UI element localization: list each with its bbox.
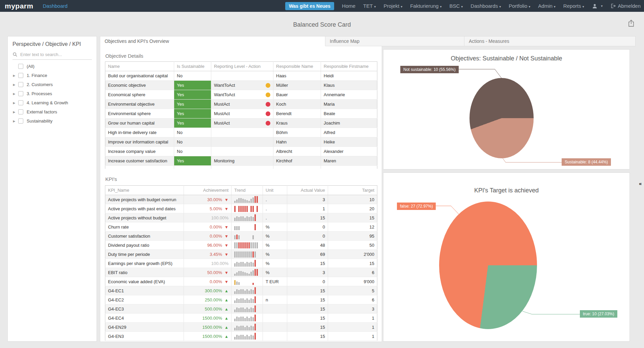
table-row[interactable]: Increase customer satisfactionYesMonitor… — [105, 156, 377, 166]
table-row[interactable]: Active projects with past end dates5.00%… — [105, 204, 377, 213]
spark-bar — [238, 263, 240, 267]
table-row[interactable]: Active projects with budget overrun30.00… — [105, 195, 377, 204]
whats-new-button[interactable]: Was gibt es Neues — [285, 2, 334, 10]
spark-bar — [236, 262, 238, 267]
checkbox[interactable] — [18, 82, 23, 87]
target-cell: 3 — [328, 304, 377, 314]
target-pie[interactable] — [439, 202, 537, 329]
nav-item-bsc[interactable]: BSC▾ — [449, 3, 463, 9]
column-header-trend[interactable]: Trend — [232, 186, 263, 195]
table-row[interactable]: G4-EC1300.00%▲155 — [105, 286, 377, 295]
table-row[interactable]: Environmental sphereYesMustActBerendtBea… — [105, 109, 377, 118]
nav-dashboard-link[interactable]: Dashboard — [43, 3, 68, 9]
column-header-actual-value[interactable]: Actual Value — [287, 186, 328, 195]
table-row[interactable]: G4-EC3500.00%▲153 — [105, 304, 377, 314]
tree-expander-icon[interactable]: ▶ — [12, 101, 17, 105]
table-row[interactable]: Active projects without budget100.00%.15… — [105, 213, 377, 222]
tree-expander-icon[interactable]: ▶ — [12, 119, 17, 123]
table-row[interactable]: Dividend payout ratio96.00%▼%4850 — [105, 241, 377, 250]
column-header-responsible-firstname[interactable]: Responsible Firstname — [321, 62, 377, 71]
column-header-name[interactable]: Name — [105, 62, 174, 71]
panel-expand-handle[interactable]: « — [639, 181, 642, 186]
checkbox[interactable] — [18, 118, 23, 124]
checkbox[interactable] — [18, 91, 23, 96]
tree-expander-icon[interactable]: ▶ — [12, 83, 17, 86]
table-row[interactable]: Environmental objectiveYesMustActKochMar… — [105, 100, 377, 109]
nav-item-fakturierung[interactable]: Fakturierung▾ — [410, 3, 441, 9]
column-header-reporting-level-action[interactable]: Reporting Level - Action — [211, 62, 273, 71]
table-row[interactable]: Build our organisational capitalNoHaasHe… — [105, 71, 377, 81]
table-row[interactable]: Customer satisfaction0.00%▼%095 — [105, 232, 377, 241]
checkbox[interactable] — [18, 73, 23, 78]
nav-item-dashboards[interactable]: Dashboards▾ — [471, 3, 501, 9]
column-header-target[interactable]: Target — [328, 186, 377, 195]
table-row[interactable]: G4-EC2250.00%▲n156 — [105, 295, 377, 304]
achievement-value: 3.45% — [210, 252, 222, 257]
sidebar-item-1-finance[interactable]: ▶1. Finance — [8, 71, 97, 80]
nav-item-reports[interactable]: Reports▾ — [563, 3, 584, 9]
objective-details-table-wrap[interactable]: NameIs SustainableReporting Level - Acti… — [105, 61, 378, 169]
tab-actions-measures[interactable]: Actions - Measures — [464, 36, 636, 46]
table-row[interactable]: G4-EN291500.00%▲151 — [105, 323, 377, 332]
tree-expander-icon[interactable]: ▶ — [12, 110, 17, 114]
tree-expander-icon[interactable]: ▶ — [12, 92, 17, 96]
sidebar-item-2-customers[interactable]: ▶2. Customers — [8, 80, 97, 89]
nav-item-tet[interactable]: TET▾ — [363, 3, 376, 9]
spark-bar — [248, 251, 250, 258]
table-row[interactable]: Economic value added (EVA)0.00%▼T EUR09'… — [105, 277, 377, 286]
reporting-action-wrap: MustAct — [214, 118, 270, 128]
table-row[interactable]: Increase company valueNoAlbrechtAlexande… — [105, 147, 377, 156]
table-row[interactable]: Economical sphereYesWantToActBauerAnnema… — [105, 90, 377, 100]
column-header-kpi-name[interactable]: KPI_Name — [105, 186, 184, 195]
column-header-achievement[interactable]: Achievement — [184, 186, 232, 195]
nav-item-home[interactable]: Home — [342, 3, 355, 9]
table-row[interactable]: EBIT ratio50.00%▼%36 — [105, 268, 377, 277]
sustainability-pie[interactable] — [469, 78, 534, 158]
sidebar-item-3-processes[interactable]: ▶3. Processes — [8, 89, 97, 98]
spark-bar — [238, 198, 240, 203]
sidebar-item-all[interactable]: (All) — [8, 62, 97, 71]
table-row[interactable]: Increase employee satisfactionNoFuchsFri… — [105, 166, 377, 169]
export-icon[interactable] — [627, 19, 635, 29]
table-row[interactable]: G4-EN31500.00%▲151 — [105, 332, 377, 341]
objective-name-cell: Improve our information capital — [105, 137, 174, 147]
tab-objectives-and-kpi-s-overview[interactable]: Objectives and KPI's Overview — [100, 36, 325, 46]
spark-bar — [250, 216, 252, 221]
action-label: MustAct — [214, 121, 230, 126]
table-row[interactable]: G4-EC41500.00%▲151 — [105, 314, 377, 323]
sidebar-item-sustainability[interactable]: ▶Sustainability — [8, 116, 97, 126]
user-menu-button[interactable]: ▾ — [592, 3, 602, 9]
sidebar-item-external-factors[interactable]: ▶External factors — [8, 107, 97, 116]
kpi-name-cell: Duty time per periode — [105, 250, 184, 259]
table-row[interactable]: Grow our human capitalYesMustActKrausJoa… — [105, 118, 377, 128]
table-row[interactable]: Duty time per periode3.45%▼%692'000 — [105, 250, 377, 259]
spark-bar — [234, 291, 236, 294]
column-header-responsible-name[interactable]: Responsible Name — [273, 62, 321, 71]
table-row[interactable]: Economic objectiveYesWantToActMüllerKlau… — [105, 81, 377, 90]
logout-button[interactable]: Abmelden — [610, 3, 641, 9]
app-logo[interactable]: myparm — [5, 2, 33, 10]
objective-name-cell: Environmental sphere — [105, 109, 174, 118]
column-header-unit[interactable]: Unit — [263, 186, 287, 195]
spark-bar — [248, 300, 250, 303]
table-row[interactable]: Earnings per share growth (EPS)100.00%%1… — [105, 259, 377, 268]
table-row[interactable]: Improve our information capitalNoHahnHei… — [105, 137, 377, 147]
tab-influence-map[interactable]: Influence Map — [325, 36, 464, 46]
table-row[interactable]: Churn rate0.00%▼%012 — [105, 222, 377, 232]
checkbox[interactable] — [18, 100, 23, 105]
nav-item-admin[interactable]: Admin▾ — [538, 3, 556, 9]
sidebar-item-4-learning-growth[interactable]: ▶4. Learning & Growth — [8, 98, 97, 107]
table-row[interactable]: High in-time delivery rateNoBöhmAlfred — [105, 128, 377, 137]
checkbox[interactable] — [18, 109, 23, 114]
column-header-is-sustainable[interactable]: Is Sustainable — [174, 62, 211, 71]
spark-bar — [238, 336, 240, 340]
status-dot-red — [266, 102, 270, 107]
search-input[interactable] — [20, 52, 88, 57]
tree-expander-icon[interactable]: ▶ — [12, 74, 17, 77]
nav-item-projekt[interactable]: Projekt▾ — [383, 3, 402, 9]
nav-item-portfolio[interactable]: Portfolio▾ — [509, 3, 530, 9]
checkbox[interactable] — [18, 64, 23, 69]
trend-sparkline — [234, 333, 260, 340]
spark-bar — [248, 201, 250, 203]
kpi-table-wrap[interactable]: KPI_NameAchievementTrendUnitActual Value… — [105, 185, 378, 341]
